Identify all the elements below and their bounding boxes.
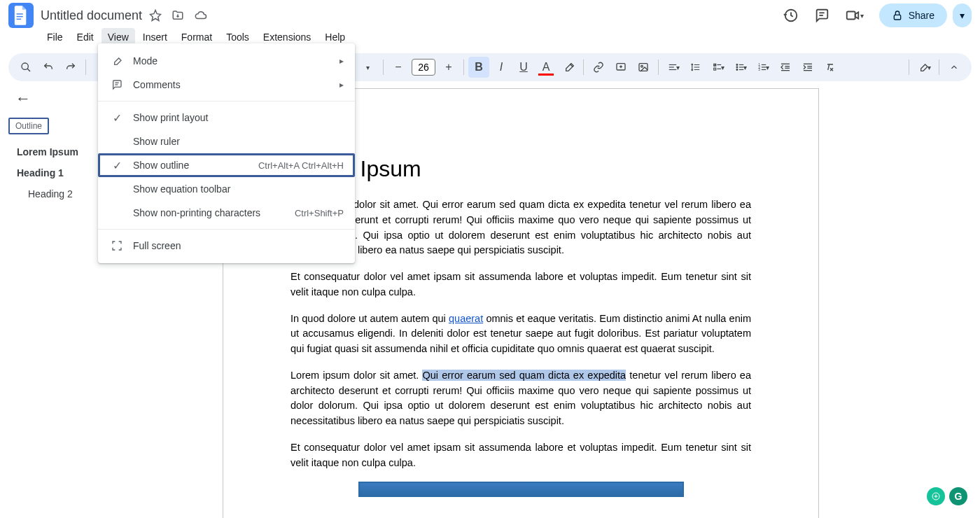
selected-text[interactable]: Qui error earum sed quam dicta ex expedi…: [422, 370, 626, 381]
svg-rect-5: [846, 12, 855, 20]
font-dropdown[interactable]: ▾: [358, 57, 379, 78]
svg-point-21: [736, 64, 738, 66]
underline-button[interactable]: U: [513, 57, 534, 78]
view-mode[interactable]: Mode ▸: [98, 49, 355, 73]
cloud-status-icon[interactable]: [194, 9, 208, 22]
grammarly-widget[interactable]: G: [927, 487, 967, 505]
text-color-button[interactable]: A: [536, 57, 556, 78]
insert-link-icon[interactable]: [588, 57, 609, 78]
italic-button[interactable]: I: [491, 57, 512, 78]
comments-icon[interactable]: [814, 8, 830, 23]
clear-formatting-icon[interactable]: [820, 57, 841, 78]
insert-image-icon[interactable]: [633, 57, 654, 78]
svg-point-23: [736, 66, 738, 68]
menu-edit[interactable]: Edit: [71, 28, 100, 46]
view-show-outline[interactable]: ✓ Show outline Ctrl+Alt+A Ctrl+Alt+H: [98, 153, 355, 177]
doc-paragraph[interactable]: Lorem ipsum dolor sit amet. Qui error ea…: [290, 197, 751, 258]
view-show-equation-toolbar[interactable]: Show equation toolbar: [98, 177, 355, 201]
history-icon[interactable]: [783, 8, 799, 23]
pencil-icon: [109, 55, 125, 66]
line-spacing-dropdown[interactable]: [685, 57, 706, 78]
decrease-indent-icon[interactable]: [775, 57, 796, 78]
decrease-font-size[interactable]: −: [388, 57, 409, 78]
doc-heading-title[interactable]: Lorem Ipsum: [290, 156, 751, 182]
add-comment-icon[interactable]: [610, 57, 631, 78]
view-menu: Mode ▸ Comments ▸ ✓ Show print layout Sh…: [98, 43, 355, 263]
check-icon: ✓: [109, 159, 125, 172]
doc-link[interactable]: quaerat: [449, 313, 483, 324]
move-icon[interactable]: [172, 9, 184, 22]
menu-file[interactable]: File: [41, 28, 69, 46]
check-icon: ✓: [109, 111, 125, 125]
doc-paragraph[interactable]: Et consequatur dolor vel amet ipsam sit …: [290, 270, 751, 300]
svg-point-25: [736, 69, 738, 71]
undo-icon[interactable]: [38, 57, 59, 78]
submenu-arrow-icon: ▸: [340, 80, 344, 90]
share-caret[interactable]: ▾: [953, 4, 972, 27]
fullscreen-icon: [109, 240, 125, 251]
meet-button[interactable]: ▾: [845, 8, 864, 23]
svg-line-8: [27, 69, 30, 71]
comment-icon: [109, 79, 125, 90]
font-size-input[interactable]: [412, 59, 435, 76]
grammarly-suggestion-icon[interactable]: [927, 487, 945, 505]
redo-icon[interactable]: [60, 57, 81, 78]
svg-rect-19: [713, 68, 715, 70]
view-full-screen[interactable]: Full screen: [98, 234, 355, 258]
search-menus-icon[interactable]: [15, 57, 36, 78]
align-dropdown[interactable]: ▾: [663, 57, 684, 78]
bulleted-list-dropdown[interactable]: ▾: [730, 57, 751, 78]
submenu-arrow-icon: ▸: [340, 56, 344, 66]
document-title[interactable]: Untitled document: [41, 8, 142, 23]
collapse-toolbar-icon[interactable]: [944, 57, 965, 78]
view-show-print-layout[interactable]: ✓ Show print layout: [98, 106, 355, 130]
svg-rect-2: [17, 19, 21, 20]
increase-indent-icon[interactable]: [797, 57, 818, 78]
view-show-nonprinting[interactable]: Show non-printing characters Ctrl+Shift+…: [98, 201, 355, 225]
svg-rect-0: [17, 13, 23, 14]
editing-mode-dropdown[interactable]: ▾: [913, 57, 934, 78]
bold-button[interactable]: B: [468, 57, 489, 78]
docs-app-icon[interactable]: [8, 3, 34, 28]
doc-paragraph[interactable]: In quod dolore ut autem autem qui quaera…: [290, 312, 751, 357]
svg-point-7: [22, 63, 28, 69]
grammarly-icon[interactable]: G: [949, 487, 967, 505]
doc-image[interactable]: [358, 482, 684, 497]
increase-font-size[interactable]: +: [438, 57, 459, 78]
doc-paragraph[interactable]: Et consequatur dolor vel amet ipsam sit …: [290, 440, 751, 471]
outline-label: Outline: [8, 118, 49, 134]
svg-text:3: 3: [758, 68, 760, 71]
view-comments[interactable]: Comments ▸: [98, 73, 355, 97]
svg-point-13: [641, 65, 643, 67]
svg-rect-1: [17, 16, 23, 17]
share-label: Share: [909, 10, 934, 21]
checklist-dropdown[interactable]: ▾: [708, 57, 729, 78]
share-button[interactable]: Share: [879, 4, 947, 27]
highlight-button[interactable]: [558, 57, 579, 78]
svg-rect-12: [639, 64, 648, 71]
numbered-list-dropdown[interactable]: 123▾: [752, 57, 774, 78]
doc-paragraph[interactable]: Lorem ipsum dolor sit amet. Qui error ea…: [290, 368, 751, 429]
view-show-ruler[interactable]: Show ruler: [98, 130, 355, 153]
svg-rect-6: [894, 15, 900, 20]
star-icon[interactable]: [149, 9, 162, 22]
